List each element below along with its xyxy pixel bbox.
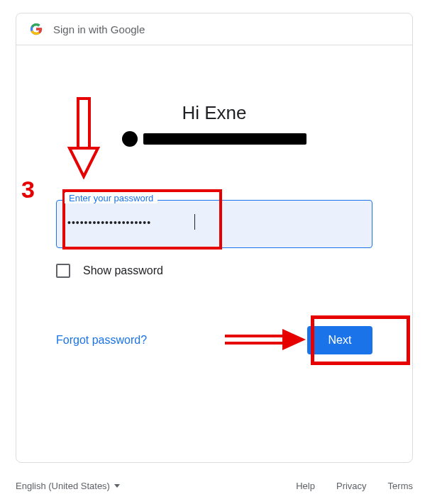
footer-links: Help Privacy Terms (296, 481, 413, 491)
account-chip[interactable] (56, 131, 372, 147)
email-redacted (143, 133, 306, 145)
google-logo-icon (29, 22, 43, 36)
greeting-heading: Hi Exne (56, 102, 372, 124)
footer: English (United States) Help Privacy Ter… (16, 481, 413, 491)
avatar-icon (122, 131, 138, 147)
help-link[interactable]: Help (296, 481, 315, 491)
password-label: Enter your password (65, 193, 158, 203)
privacy-link[interactable]: Privacy (336, 481, 367, 491)
annotation-step-number: 3 (21, 176, 35, 203)
text-cursor (194, 214, 195, 230)
forgot-password-link[interactable]: Forgot password? (56, 334, 147, 347)
card-content: Hi Exne Enter your password ••••••••••••… (16, 45, 412, 354)
show-password-label: Show password (83, 264, 163, 277)
caret-down-icon (114, 484, 120, 488)
password-field-wrap: Enter your password •••••••••••••••••••• (56, 200, 372, 248)
language-selector[interactable]: English (United States) (16, 481, 120, 491)
actions-row: Forgot password? Next (56, 326, 372, 354)
password-input[interactable] (56, 200, 372, 248)
language-label: English (United States) (16, 481, 110, 491)
header-title: Sign in with Google (53, 23, 145, 35)
show-password-checkbox[interactable] (56, 264, 70, 278)
signin-card: Sign in with Google Hi Exne Enter your p… (16, 13, 413, 463)
terms-link[interactable]: Terms (388, 481, 413, 491)
next-button[interactable]: Next (307, 326, 372, 354)
card-header: Sign in with Google (16, 13, 412, 45)
show-password-row: Show password (56, 264, 372, 278)
